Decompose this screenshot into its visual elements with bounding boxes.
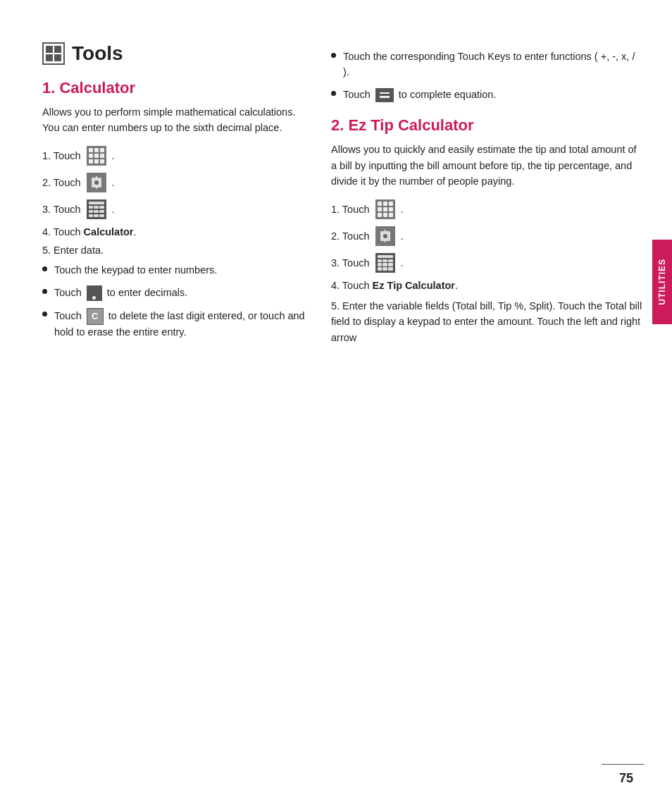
svg-rect-2 (96, 176, 97, 179)
right-column: Touch the corresponding Touch Keys to en… (331, 42, 644, 779)
step5-label: 5. Enter data. (42, 245, 104, 256)
calc-step-4: 4. Touch Calculator. (42, 226, 310, 238)
sidebar-tab: Utilities (652, 240, 672, 324)
bullet-decimal: Touch to enter decimals. (42, 285, 310, 301)
calc-icon-2 (375, 253, 395, 273)
calculator-bullets: Touch the keypad to enter numbers. Touch… (42, 263, 310, 340)
apps-icon-1 (87, 146, 106, 166)
bullet-dot-1 (42, 266, 47, 271)
step2-label: 2. Touch (42, 177, 81, 188)
step1-label: 1. Touch (42, 150, 81, 161)
left-column: Tools 1. Calculator Allows you to perfor… (42, 42, 310, 779)
bullet-touch-keys: Touch the corresponding Touch Keys to en… (331, 49, 644, 80)
tools-icon (42, 42, 65, 65)
svg-point-1 (94, 180, 99, 185)
step2-period: . (112, 177, 115, 188)
svg-rect-6 (385, 230, 386, 233)
apps-icon-2 (375, 199, 395, 219)
calc-step-5: 5. Enter data. (42, 245, 310, 256)
bullet-equals-text: Touch to complete equation. (343, 87, 644, 103)
ez-step-4: 4. Touch Ez Tip Calculator. (331, 280, 644, 291)
ez-step1-label: 1. Touch (331, 204, 370, 215)
bullet-decimal-text: Touch to enter decimals. (54, 285, 310, 301)
ez-step-1: 1. Touch . (331, 199, 644, 219)
bullet-dot-r1 (331, 53, 336, 58)
svg-point-5 (383, 234, 387, 238)
calc-step-3: 3. Touch . (42, 199, 310, 219)
ez-tip-description: Allows you to quickly and easily estimat… (331, 142, 644, 189)
bullet-dot-r2 (331, 91, 336, 96)
calc-icon-1 (87, 199, 106, 219)
ez-tip-section-title: 2. Ez Tip Calculator (331, 116, 644, 135)
calculator-section-title: 1. Calculator (42, 79, 310, 97)
ez-step-5: 5. Enter the variable fields (Total bill… (331, 298, 644, 345)
page-number: 75 (619, 771, 633, 786)
ez-step3-label: 3. Touch (331, 257, 370, 269)
bullet-dot-2 (42, 289, 47, 294)
step3-period: . (112, 204, 115, 215)
ez-step4-label: 4. Touch Ez Tip Calculator. (331, 280, 458, 291)
sidebar-label: Utilities (657, 259, 667, 305)
svg-rect-7 (385, 240, 386, 242)
calc-step-2: 2. Touch . (42, 173, 310, 192)
ez-step2-label: 2. Touch (331, 230, 370, 242)
bullet-delete-text: Touch C to delete the last digit entered… (54, 308, 310, 340)
bullet-dot-3 (42, 312, 47, 316)
right-top-bullets: Touch the corresponding Touch Keys to en… (331, 49, 644, 102)
step1-period: . (112, 150, 115, 161)
ez-step3-period: . (401, 257, 404, 269)
tool-icon-1 (87, 173, 106, 192)
bullet-keypad: Touch the keypad to enter numbers. (42, 263, 310, 278)
ez-step2-period: . (401, 230, 404, 242)
step3-label: 3. Touch (42, 204, 81, 215)
ez-step5-text: 5. Enter the variable fields (Total bill… (331, 300, 642, 343)
bullet-keypad-text: Touch the keypad to enter numbers. (54, 263, 310, 278)
ez-step-3: 3. Touch . (331, 253, 644, 273)
bullet-delete: Touch C to delete the last digit entered… (42, 308, 310, 340)
ez-step-2: 2. Touch . (331, 226, 644, 246)
tool-icon-2 (375, 226, 395, 246)
bottom-divider (602, 764, 644, 765)
svg-rect-3 (96, 186, 97, 189)
step4-label: 4. Touch Calculator. (42, 226, 137, 238)
tools-header: Tools (42, 42, 310, 65)
tools-title: Tools (72, 42, 123, 65)
calculator-description: Allows you to perform simple mathematica… (42, 104, 310, 136)
calc-step-1: 1. Touch . (42, 146, 310, 166)
bullet-equals: Touch to complete equation. (331, 87, 644, 103)
bullet-touch-keys-text: Touch the corresponding Touch Keys to en… (343, 49, 644, 80)
ez-step1-period: . (401, 204, 404, 215)
